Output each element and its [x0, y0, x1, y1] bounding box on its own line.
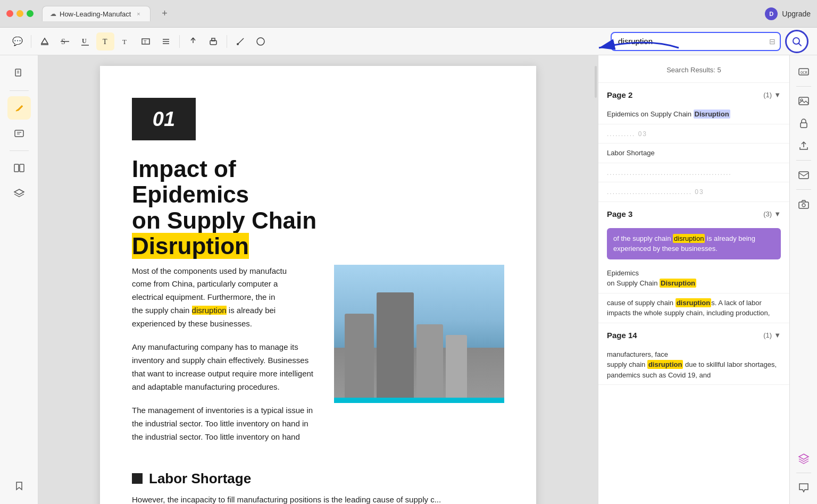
divider-2 — [179, 35, 180, 48]
stamp-tool[interactable] — [204, 32, 222, 51]
new-tab-button[interactable]: + — [157, 6, 172, 21]
result-item-dotted-3[interactable]: .............................. 03 — [598, 182, 789, 202]
left-sidebar — [0, 55, 38, 504]
result-item-manufacturers[interactable]: manufacturers, facesupply chain disrupti… — [598, 345, 789, 385]
body-paragraph-2: Any manufacturing company has to manage … — [132, 341, 318, 393]
filter-icon[interactable]: ⊟ — [769, 37, 776, 46]
list-tool[interactable] — [157, 32, 175, 51]
section-heading: Labor Shortage — [132, 471, 504, 487]
svg-rect-27 — [14, 164, 19, 172]
result-highlight-disruption-1: Disruption — [694, 110, 730, 119]
share-button[interactable] — [794, 136, 814, 156]
highlight-tool[interactable] — [36, 32, 54, 51]
ocr-button[interactable]: OCR — [794, 62, 814, 82]
image-button[interactable] — [794, 91, 814, 111]
result-page-14-header[interactable]: Page 14 (1) ▼ — [598, 323, 789, 345]
result-epidemics-text: Epidemicson Supply Chain — [607, 269, 660, 288]
page-header: 01 — [132, 98, 504, 140]
svg-point-15 — [237, 43, 239, 45]
svg-rect-24 — [15, 130, 23, 137]
divider-3 — [227, 35, 227, 48]
upgrade-label: Upgrade — [782, 10, 811, 18]
search-button[interactable] — [785, 30, 808, 53]
sidebar-bookmark-button[interactable] — [7, 474, 31, 498]
highlight-disruption-1: disruption — [192, 306, 227, 315]
strikethrough-tool[interactable]: S — [56, 32, 74, 51]
svg-rect-28 — [20, 164, 24, 172]
svg-rect-34 — [801, 123, 807, 128]
minimize-window-button[interactable] — [16, 10, 23, 17]
sidebar-forms-button[interactable] — [7, 122, 31, 145]
svg-rect-13 — [212, 38, 215, 41]
svg-rect-32 — [799, 97, 808, 105]
close-window-button[interactable] — [6, 10, 13, 17]
chat-button[interactable] — [794, 477, 814, 498]
title-line1: Impact of — [132, 156, 236, 182]
search-results-panel: Search Results: 5 Page 2 (1) ▼ Epidemics… — [598, 55, 789, 504]
svg-text:OCR: OCR — [801, 71, 807, 75]
arrow-tool[interactable] — [184, 32, 202, 51]
sidebar-compare-button[interactable] — [7, 156, 31, 180]
toolbar: 💬 S U T T T ⊟ — [0, 28, 817, 55]
page-14-count: (1) ▼ — [763, 331, 781, 339]
result-cause-before: cause of supply chain — [607, 299, 676, 307]
tab-close-button[interactable]: × — [134, 10, 143, 18]
result-item-epidemics-disruption[interactable]: Epidemics on Supply Chain Disruption — [598, 105, 789, 124]
section-body-text: However, the incapacity to fill manufact… — [132, 493, 504, 504]
section-square-icon — [132, 473, 143, 484]
upgrade-button[interactable]: D Upgrade — [765, 7, 811, 20]
title-highlight: Disruption — [132, 233, 249, 259]
result-page-2-header[interactable]: Page 2 (1) ▼ — [598, 83, 789, 105]
document-area: 01 Impact of Epidemics on Supply Chain D… — [38, 55, 598, 504]
result-item-dotted-1[interactable]: .......... 03 — [598, 124, 789, 144]
mail-button[interactable] — [794, 165, 814, 185]
result-page-3-header[interactable]: Page 3 (3) ▼ — [598, 202, 789, 224]
right-column — [334, 265, 504, 455]
active-tab[interactable]: ☁ How-Leading-Manufact × — [42, 6, 151, 21]
two-column-layout: Most of the components used by manufactu… — [132, 265, 504, 455]
svg-text:T: T — [103, 38, 107, 46]
tab-title: How-Leading-Manufact — [60, 10, 131, 18]
lock-button[interactable] — [794, 113, 814, 133]
right-divider-4 — [796, 473, 811, 473]
right-divider-2 — [796, 160, 811, 161]
sidebar-pages-button[interactable] — [7, 62, 31, 85]
result-dotted-3: .............................. 03 — [607, 188, 704, 196]
line-tool[interactable] — [231, 32, 249, 51]
purple-text-before: of the supply chain — [613, 234, 673, 242]
text-tool-active[interactable]: T — [96, 32, 114, 51]
result-highlight-disruptions-3: disruption — [676, 298, 712, 307]
sidebar-layers-button[interactable] — [7, 182, 31, 205]
scrollbar-thumb[interactable] — [595, 66, 597, 98]
title-line3: on Supply Chain — [132, 207, 316, 233]
sidebar-annotate-button[interactable] — [7, 96, 31, 120]
page-14-label: Page 14 — [607, 331, 637, 340]
underline-tool[interactable]: U — [76, 32, 94, 51]
result-item-labor-shortage[interactable]: Labor Shortage — [598, 144, 789, 163]
body-paragraph-1: Most of the components used by manufactu… — [132, 265, 318, 331]
search-input[interactable] — [611, 32, 781, 51]
shape-tool[interactable] — [252, 32, 270, 51]
left-column: Most of the components used by manufactu… — [132, 265, 318, 455]
camera-button[interactable] — [794, 194, 814, 214]
result-labor-shortage-text: Labor Shortage — [607, 149, 655, 157]
document-page: 01 Impact of Epidemics on Supply Chain D… — [100, 66, 536, 504]
text-box-tool[interactable]: T — [137, 32, 155, 51]
svg-marker-38 — [799, 454, 808, 459]
user-avatar: D — [765, 7, 778, 20]
layers-button[interactable] — [794, 448, 814, 468]
comment-tool[interactable]: 💬 — [9, 32, 27, 51]
result-purple-block[interactable]: of the supply chain disruption is alread… — [607, 228, 781, 259]
svg-point-37 — [802, 204, 805, 207]
page-3-label: Page 3 — [607, 209, 632, 219]
result-item-epidemics-supply-chain[interactable]: Epidemicson Supply Chain Disruption — [598, 264, 789, 293]
text-tool-2[interactable]: T — [116, 32, 135, 51]
fullscreen-window-button[interactable] — [27, 10, 34, 17]
result-highlight-disruption-4: disruption — [647, 360, 683, 369]
result-dotted-1: .......... 03 — [607, 130, 647, 138]
search-container: ⊟ — [611, 30, 808, 53]
svg-text:T: T — [122, 38, 127, 46]
result-item-cause-supply-chain[interactable]: cause of supply chain disruptions. A lac… — [598, 293, 789, 323]
divider-1 — [31, 35, 31, 48]
result-item-dotted-2[interactable]: ........................................… — [598, 163, 789, 183]
